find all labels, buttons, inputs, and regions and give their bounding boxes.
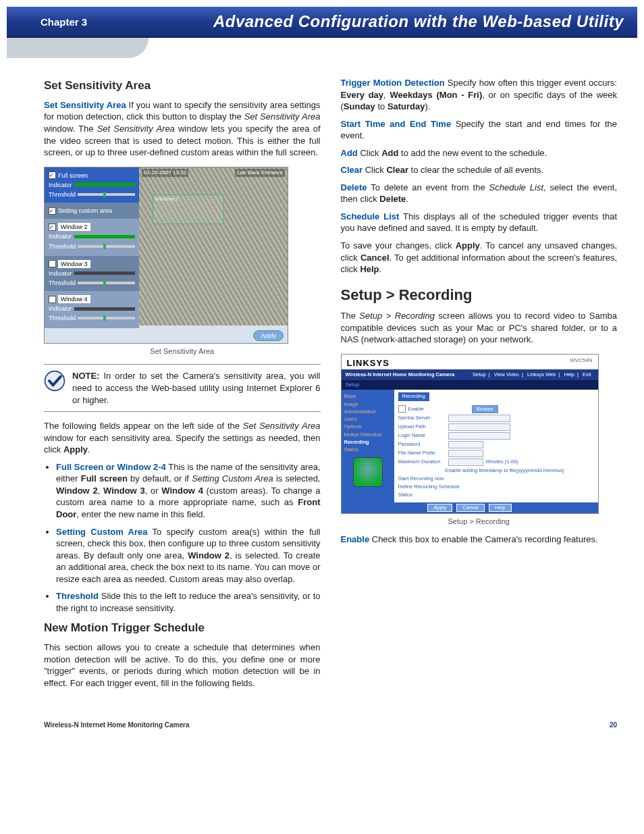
- sidebar: Basic Image Administration Users Options…: [342, 390, 394, 502]
- sidebar-item-motion[interactable]: Motion Detection: [344, 431, 392, 438]
- figure-caption-1: Set Sensitivity Area: [44, 346, 321, 357]
- bold: Sunday: [344, 101, 375, 111]
- bold: Help: [360, 264, 379, 274]
- text: Specify how often this trigger event occ…: [445, 78, 617, 88]
- threshold-slider[interactable]: [78, 193, 135, 196]
- text: In order to set the Camera's sensitivity…: [72, 371, 321, 405]
- note-text: NOTE: In order to set the Camera's sensi…: [72, 370, 321, 406]
- right-column: Trigger Motion Detection Specify how oft…: [341, 72, 618, 694]
- camera-preview-icon: [353, 457, 383, 487]
- note-box: NOTE: In order to set the Camera's sensi…: [44, 364, 321, 412]
- bold: Every day: [341, 90, 384, 100]
- group-fullscreen: Full screen Indicator Threshold: [45, 167, 139, 203]
- page-title: Advanced Configuration with the Web-base…: [213, 12, 624, 31]
- shot2-header: LINKSYS WVC54N: [342, 355, 598, 369]
- sidebar-item-status[interactable]: Status: [344, 446, 392, 453]
- bold: Window 2: [56, 486, 98, 496]
- input-samba[interactable]: [448, 415, 510, 422]
- shot2-tabstrip: Wireless-N Internet Home Monitoring Came…: [342, 369, 598, 380]
- text: The following fields appear on the left …: [44, 421, 243, 431]
- figure-sensitivity-area: 01-15-2007 13:31 Lab Back Entrance Windo…: [44, 167, 321, 344]
- timestamp: 01-15-2007 13:31: [142, 169, 188, 178]
- note-label: NOTE:: [72, 371, 99, 381]
- device-desc: Wireless-N Internet Home Monitoring Came…: [346, 371, 455, 378]
- threshold-slider[interactable]: [78, 282, 135, 284]
- text: .: [379, 264, 382, 274]
- input-w4[interactable]: Window 4: [58, 295, 90, 303]
- para-set-sensitivity-intro: Set Sensitivity Area If you want to spec…: [44, 99, 321, 159]
- label-threshold: Threshold: [49, 279, 76, 287]
- sidebar-item-basic[interactable]: Basic: [344, 392, 392, 400]
- help-button[interactable]: Help: [489, 504, 511, 512]
- label-maxdur: Maximum Duration: [398, 459, 446, 465]
- sensitivity-panel: Full screen Indicator Threshold Setting …: [45, 167, 139, 328]
- tab-exit[interactable]: Exit: [583, 371, 591, 377]
- sidebar-item-recording[interactable]: Recording: [344, 438, 392, 446]
- input-pass[interactable]: [448, 441, 483, 448]
- sidebar-item-image[interactable]: Image: [344, 400, 392, 408]
- indicator-bar: [74, 235, 135, 238]
- list-item: Threshold Slide this to the left to redu…: [56, 590, 321, 614]
- label-indicator: Indicator: [49, 232, 72, 240]
- term-set-sensitivity: Set Sensitivity Area: [44, 100, 126, 110]
- checkbox-custom[interactable]: [49, 207, 56, 215]
- text: Click: [363, 165, 386, 175]
- para-delete: Delete To delete an event from the Sched…: [341, 182, 618, 205]
- label-pass: Password: [398, 441, 446, 448]
- label-status: Status:: [398, 492, 594, 498]
- para-trigger-detection: Trigger Motion Detection Specify how oft…: [341, 77, 618, 113]
- browse-button[interactable]: Browse: [472, 405, 498, 413]
- checkbox-fullscreen[interactable]: [49, 172, 56, 179]
- checkbox-w3[interactable]: [49, 260, 56, 267]
- window-overlay: Window 2: [153, 194, 224, 224]
- sidebar-item-options[interactable]: Options: [344, 423, 392, 430]
- term-fullscreen: Full Screen or Window 2-4: [56, 462, 166, 472]
- para-add: Add Click Add to add the new event to th…: [341, 147, 618, 159]
- sidebar-item-users[interactable]: Users: [344, 415, 392, 423]
- term-delete: Delete: [341, 182, 367, 192]
- threshold-slider[interactable]: [78, 245, 135, 248]
- text: to add the new event to the schedule.: [398, 148, 547, 158]
- tab-help[interactable]: Help: [564, 371, 574, 377]
- para-clear: Clear Click Clear to clear the schedule …: [341, 164, 618, 176]
- check-icon: [44, 370, 65, 392]
- main-panel: Recording EnableBrowse Samba Server Uplo…: [394, 390, 598, 502]
- term-start-end: Start Time and End Time: [341, 119, 452, 129]
- apply-button[interactable]: Apply: [253, 330, 284, 341]
- tab-web[interactable]: Linksys Web: [527, 371, 556, 377]
- input-w2[interactable]: Window 2: [58, 223, 90, 231]
- italic: Set Sensitivity Area: [244, 111, 321, 122]
- apply-button[interactable]: Apply: [427, 504, 452, 512]
- checkbox-w2[interactable]: [49, 224, 56, 231]
- input-prefix[interactable]: [448, 450, 483, 457]
- text: to clear the schedule of all events.: [408, 165, 543, 175]
- italic: Schedule List: [489, 182, 543, 192]
- subtab: Setup: [342, 380, 598, 390]
- input-w3[interactable]: Window 3: [58, 260, 90, 268]
- para-schedule-list: Schedule List This displays all of the s…: [341, 211, 618, 234]
- tab-setup[interactable]: Setup: [473, 371, 486, 377]
- input-upload[interactable]: [448, 423, 510, 431]
- italic: Set Sensitivity Area: [243, 421, 321, 431]
- page-body: Set Sensitivity Area Set Sensitivity Are…: [0, 58, 644, 701]
- label-indicator: Indicator: [49, 181, 72, 189]
- text: To delete an event from the: [367, 182, 489, 192]
- sidebar-item-admin[interactable]: Administration: [344, 408, 392, 415]
- cancel-button[interactable]: Cancel: [456, 504, 484, 512]
- bold: Cancel: [360, 253, 390, 263]
- button-bar: Apply Cancel Help: [342, 502, 598, 513]
- panel-title: Recording: [398, 392, 429, 400]
- threshold-slider[interactable]: [78, 317, 135, 319]
- term-custom-area: Setting Custom Area: [56, 527, 147, 537]
- shot2-body: Basic Image Administration Users Options…: [342, 390, 598, 502]
- indicator-bar: [74, 307, 135, 311]
- input-login[interactable]: [448, 432, 510, 440]
- label-sched: Define Recording Schedule: [398, 484, 594, 490]
- hint-maxdur: Minutes (1-60): [486, 459, 518, 465]
- checkbox-enable[interactable]: [398, 405, 406, 413]
- input-maxdur[interactable]: [448, 459, 483, 466]
- checkbox-w4[interactable]: [49, 296, 56, 303]
- text: The: [341, 311, 360, 321]
- text: ,: [383, 90, 390, 100]
- tab-view[interactable]: View Video: [494, 371, 519, 377]
